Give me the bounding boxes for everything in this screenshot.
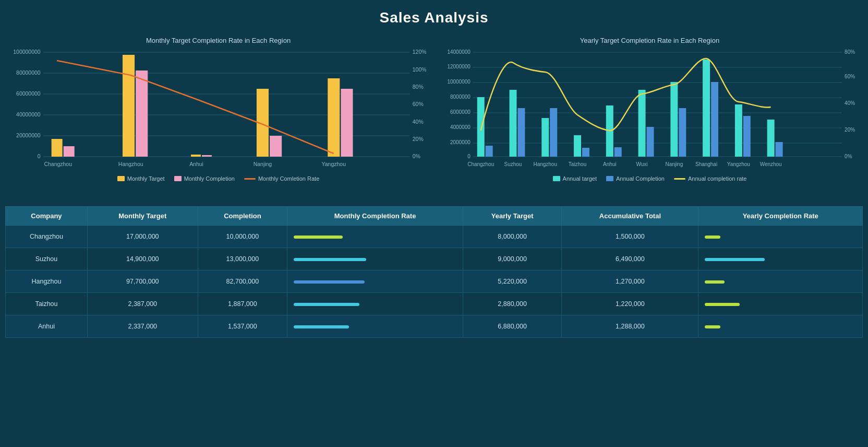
left-chart-title: Monthly Target Completion Rate in Each R… — [10, 37, 426, 44]
svg-rect-73 — [767, 120, 775, 157]
svg-rect-57 — [510, 90, 517, 157]
right-chart-title: Yearly Target Completion Rate in Each Re… — [442, 37, 858, 44]
cell-completion: 82,700,000 — [198, 270, 287, 293]
legend-annual-target: Annual target — [553, 175, 597, 182]
table-row: Hangzhou 97,700,000 82,700,000 5,220,000… — [6, 270, 863, 293]
cell-monthly-target: 2,337,000 — [87, 315, 198, 338]
svg-text:80%: 80% — [845, 49, 855, 55]
svg-rect-62 — [582, 148, 589, 157]
svg-rect-70 — [711, 82, 718, 157]
svg-rect-61 — [574, 135, 581, 157]
col-yearly-rate: Yearly Completion Rate — [698, 207, 863, 226]
cell-yearly-target: 2,880,000 — [463, 293, 561, 315]
col-monthly-rate: Monthly Completion Rate — [287, 207, 463, 226]
cell-yearly-target: 6,880,000 — [463, 315, 561, 338]
svg-text:Taizhou: Taizhou — [569, 161, 586, 167]
cell-company: Taizhou — [6, 293, 88, 315]
svg-text:120%: 120% — [413, 49, 426, 55]
svg-text:0: 0 — [467, 154, 471, 159]
cell-completion: 10,000,000 — [198, 226, 287, 248]
table-row: Anhui 2,337,000 1,537,000 6,880,000 1,28… — [6, 315, 863, 338]
table-row: Changzhou 17,000,000 10,000,000 8,000,00… — [6, 226, 863, 248]
cell-completion: 1,887,000 — [198, 293, 287, 315]
svg-text:4000000: 4000000 — [450, 124, 471, 130]
cell-monthly-target: 17,000,000 — [87, 226, 198, 248]
svg-text:6000000: 6000000 — [450, 109, 471, 115]
svg-text:2000000: 2000000 — [450, 139, 471, 145]
cell-monthly-bar — [287, 315, 463, 338]
svg-rect-59 — [541, 118, 549, 157]
svg-text:80%: 80% — [413, 84, 424, 90]
cell-yearly-target: 9,000,000 — [463, 248, 561, 270]
svg-rect-19 — [52, 139, 63, 157]
svg-rect-56 — [486, 146, 493, 157]
cell-completion: 13,000,000 — [198, 248, 287, 270]
svg-rect-21 — [123, 55, 135, 157]
col-company: Company — [6, 207, 88, 226]
cell-accumulative: 6,490,000 — [562, 248, 698, 270]
svg-rect-55 — [477, 97, 485, 157]
cell-monthly-target: 2,387,000 — [87, 293, 198, 315]
svg-text:10000000: 10000000 — [448, 79, 471, 85]
cell-yearly-bar — [698, 293, 863, 315]
svg-rect-20 — [64, 146, 75, 157]
svg-rect-23 — [191, 155, 201, 157]
svg-text:14000000: 14000000 — [448, 49, 471, 55]
svg-rect-65 — [638, 90, 646, 157]
cell-monthly-target: 97,700,000 — [87, 270, 198, 293]
svg-text:Nanjing: Nanjing — [254, 161, 272, 167]
svg-text:Hangzhou: Hangzhou — [118, 161, 143, 167]
left-chart-area: 0 20000000 40000000 60000000 80000000 10… — [10, 47, 426, 172]
table-row: Suzhou 14,900,000 13,000,000 9,000,000 6… — [6, 248, 863, 270]
svg-text:0: 0 — [38, 154, 41, 159]
cell-company: Anhui — [6, 315, 88, 338]
svg-rect-66 — [647, 127, 654, 157]
svg-rect-28 — [341, 89, 353, 157]
table-row: Taizhou 2,387,000 1,887,000 2,880,000 1,… — [6, 293, 863, 315]
cell-yearly-bar — [698, 226, 863, 248]
svg-text:Hangzhou: Hangzhou — [534, 161, 557, 167]
svg-text:Changzhou: Changzhou — [467, 161, 494, 167]
svg-rect-71 — [735, 104, 742, 157]
table-header-row: Company Monthly Target Completion Monthl… — [6, 207, 863, 226]
svg-text:40%: 40% — [845, 100, 855, 106]
svg-text:80000000: 80000000 — [16, 70, 41, 76]
cell-completion: 1,537,000 — [198, 315, 287, 338]
right-chart: Yearly Target Completion Rate in Each Re… — [437, 31, 863, 204]
page-title: Sales Analysis — [0, 0, 868, 31]
data-table: Company Monthly Target Completion Monthl… — [5, 206, 863, 338]
svg-rect-60 — [550, 108, 557, 157]
svg-rect-64 — [614, 147, 622, 157]
svg-text:Suzhou: Suzhou — [504, 161, 522, 167]
col-monthly-target: Monthly Target — [87, 207, 198, 226]
svg-text:20000000: 20000000 — [16, 133, 41, 138]
svg-rect-27 — [328, 78, 340, 157]
cell-yearly-target: 5,220,000 — [463, 270, 561, 293]
col-yearly-target: Yearly Target — [463, 207, 561, 226]
svg-text:Yangzhou: Yangzhou — [322, 161, 346, 167]
right-chart-area: 0 2000000 4000000 6000000 8000000 100000… — [442, 47, 858, 172]
legend-monthly-target: Monthly Target — [117, 175, 165, 182]
legend-annual-rate: Annual completion rate — [674, 175, 747, 182]
svg-rect-67 — [670, 82, 678, 157]
legend-monthly-completion: Monthly Completion — [174, 175, 235, 182]
svg-text:Yangzhou: Yangzhou — [727, 161, 750, 167]
cell-accumulative: 1,288,000 — [562, 315, 698, 338]
cell-accumulative: 1,500,000 — [562, 226, 698, 248]
left-chart: Monthly Target Completion Rate in Each R… — [5, 31, 431, 204]
svg-text:Shanghai: Shanghai — [695, 161, 717, 167]
data-table-wrap: Company Monthly Target Completion Monthl… — [0, 204, 868, 338]
left-chart-legend: Monthly Target Monthly Completion Monthl… — [10, 175, 426, 182]
svg-text:20%: 20% — [845, 127, 855, 133]
cell-yearly-bar — [698, 270, 863, 293]
cell-accumulative: 1,220,000 — [562, 293, 698, 315]
cell-monthly-bar — [287, 293, 463, 315]
col-accumulative: Accumulative Total — [562, 207, 698, 226]
svg-text:12000000: 12000000 — [448, 64, 471, 69]
cell-company: Suzhou — [6, 248, 88, 270]
svg-text:Nanjing: Nanjing — [665, 161, 683, 167]
svg-text:Wenzhou: Wenzhou — [760, 161, 782, 167]
svg-rect-22 — [136, 70, 148, 157]
svg-text:Anhui: Anhui — [189, 161, 203, 167]
legend-annual-completion: Annual Completion — [606, 175, 665, 182]
